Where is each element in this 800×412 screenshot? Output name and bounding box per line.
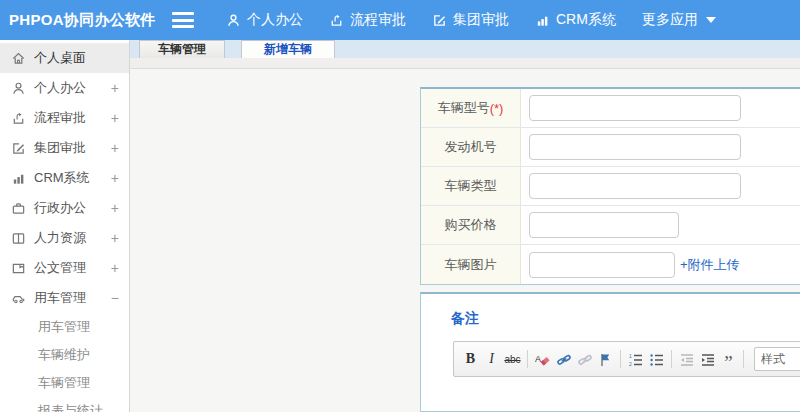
sidebar-item-human-resources[interactable]: 人力资源 + [0, 223, 129, 253]
expand-plus-icon: + [111, 230, 119, 246]
sidebar-subitem-label: 车辆维护 [38, 346, 90, 364]
purchase-price-input[interactable] [529, 212, 679, 238]
blockquote-button[interactable]: ” [718, 346, 739, 372]
document-icon [11, 261, 26, 276]
briefcase-icon [11, 201, 26, 216]
tab-vehicle-management[interactable]: 车辆管理 [139, 40, 225, 58]
person-icon [11, 81, 26, 96]
vehicle-image-input[interactable] [529, 252, 675, 278]
expand-plus-icon: + [111, 110, 119, 126]
toolbar-divider [527, 350, 528, 368]
strikethrough-button[interactable]: abc [502, 346, 523, 372]
sidebar-item-label: 流程审批 [34, 109, 86, 127]
nav-crm-system[interactable]: CRM系统 [535, 11, 616, 29]
sidebar-item-label: 公文管理 [34, 259, 86, 277]
collapse-minus-icon: − [111, 290, 119, 306]
sidebar-item-label: 人力资源 [34, 229, 86, 247]
nav-label: 更多应用 [642, 11, 698, 29]
link-icon [556, 352, 571, 367]
sidebar-subitem-vehicle-maintenance[interactable]: 车辆维护 [0, 341, 129, 369]
sidebar-item-group-approval[interactable]: 集团审批 + [0, 133, 129, 163]
nav-label: 集团审批 [453, 11, 509, 29]
sidebar-item-vehicle-management[interactable]: 用车管理 − [0, 283, 129, 313]
unlink-button[interactable] [574, 346, 595, 372]
field-label: 购买价格 [421, 206, 521, 244]
sidebar-subitem-reports-statistics[interactable]: 报表与统计 [0, 397, 129, 412]
toolbar-divider [671, 350, 672, 368]
field-label: 车辆图片 [421, 245, 521, 284]
caret-down-icon [706, 17, 716, 23]
edit-square-icon [11, 141, 26, 156]
toolbar-divider [743, 350, 744, 368]
edit-square-icon [432, 13, 447, 28]
expand-plus-icon: + [111, 80, 119, 96]
page-content: 车辆型号(*) 发动机号 车辆类型 购买价格 [130, 69, 800, 412]
sidebar-item-personal-office[interactable]: 个人办公 + [0, 73, 129, 103]
indent-button[interactable] [697, 346, 718, 372]
sidebar-item-personal-desktop[interactable]: 个人桌面 [0, 43, 129, 73]
sidebar-item-crm-system[interactable]: CRM系统 + [0, 163, 129, 193]
workflow-icon [329, 13, 344, 28]
style-dropdown[interactable]: 样式 [754, 347, 800, 371]
sidebar-item-label: 用车管理 [34, 289, 86, 307]
sidebar-item-document-management[interactable]: 公文管理 + [0, 253, 129, 283]
bullet-list-button[interactable] [646, 346, 667, 372]
sidebar: 个人桌面 个人办公 + 流程审批 + 集团审批 [0, 40, 130, 412]
style-dropdown-label: 样式 [761, 351, 800, 368]
top-header: PHPOA协同办公软件 个人办公 流程审批 集团审批 [0, 0, 800, 40]
numbered-list-button[interactable]: 12 [625, 346, 646, 372]
link-button[interactable] [553, 346, 574, 372]
tab-add-vehicle[interactable]: 新增车辆 [241, 40, 335, 58]
remove-format-button[interactable]: A [532, 346, 553, 372]
nav-label: 个人办公 [247, 11, 303, 29]
sidebar-subitem-label: 报表与统计 [38, 402, 103, 412]
field-label: 车辆类型 [421, 167, 521, 205]
app-window: PHPOA协同办公软件 个人办公 流程审批 集团审批 [0, 0, 800, 412]
field-label-text: 车辆图片 [445, 256, 497, 274]
bar-chart-icon [11, 171, 26, 186]
bar-chart-icon [535, 13, 550, 28]
attachment-upload-link[interactable]: +附件上传 [680, 256, 740, 274]
sidebar-item-label: 行政办公 [34, 199, 86, 217]
required-marker: (*) [490, 101, 504, 116]
bold-button[interactable]: B [460, 346, 481, 372]
nav-personal-office[interactable]: 个人办公 [226, 11, 303, 29]
form-row-vehicle-image: 车辆图片 +附件上传 [421, 245, 800, 284]
book-icon [11, 231, 26, 246]
field-label-text: 购买价格 [445, 216, 497, 234]
anchor-button[interactable] [595, 346, 616, 372]
nav-label: 流程审批 [350, 11, 406, 29]
home-icon [11, 51, 26, 66]
svg-text:A: A [535, 354, 541, 364]
nav-group-approval[interactable]: 集团审批 [432, 11, 509, 29]
person-icon [226, 13, 241, 28]
vehicle-type-input[interactable] [529, 173, 741, 199]
italic-button[interactable]: I [481, 346, 502, 372]
engine-number-input[interactable] [529, 134, 741, 160]
field-label: 车辆型号(*) [421, 89, 521, 127]
field-label-text: 发动机号 [445, 138, 497, 156]
hamburger-menu-icon[interactable] [172, 12, 194, 28]
form-row-vehicle-type: 车辆类型 [421, 167, 800, 206]
workflow-icon [11, 111, 26, 126]
sidebar-item-label: 个人桌面 [34, 49, 86, 67]
nav-workflow-approval[interactable]: 流程审批 [329, 11, 406, 29]
vehicle-form-panel: 车辆型号(*) 发动机号 车辆类型 购买价格 [420, 87, 800, 285]
sidebar-subitem-vehicle-management[interactable]: 车辆管理 [0, 369, 129, 397]
expand-plus-icon: + [111, 200, 119, 216]
sidebar-item-workflow-approval[interactable]: 流程审批 + [0, 103, 129, 133]
unlink-icon [577, 352, 592, 367]
sidebar-subitem-vehicle-use[interactable]: 用车管理 [0, 313, 129, 341]
eraser-icon: A [535, 352, 550, 367]
nav-label: CRM系统 [556, 11, 616, 29]
expand-plus-icon: + [111, 170, 119, 186]
sidebar-item-admin-office[interactable]: 行政办公 + [0, 193, 129, 223]
vehicle-model-input[interactable] [529, 95, 741, 121]
numbered-list-icon: 12 [628, 352, 643, 367]
remarks-panel: 备注 B I abc A [420, 292, 800, 412]
nav-more-apps[interactable]: 更多应用 [642, 11, 716, 29]
outdent-button[interactable] [676, 346, 697, 372]
form-row-purchase-price: 购买价格 [421, 206, 800, 245]
svg-text:2: 2 [629, 361, 632, 367]
tab-bar: 车辆管理 新增车辆 [130, 40, 800, 58]
